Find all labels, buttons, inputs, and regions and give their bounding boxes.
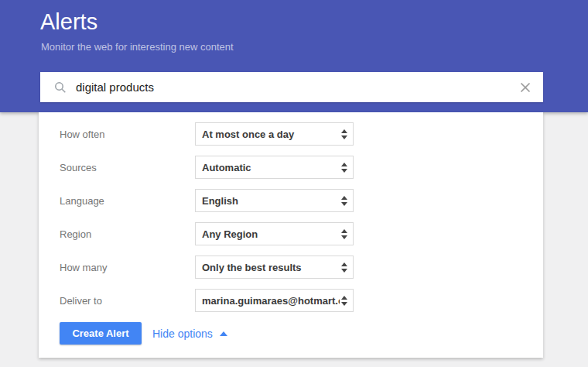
options-card: How often At most once a day Sources Aut… [39, 112, 543, 358]
hide-options-link[interactable]: Hide options [152, 328, 227, 340]
field-label: Sources [60, 162, 195, 173]
form-row-deliver-to: Deliver to marina.guimaraes@hotmart.com [39, 289, 543, 312]
up-down-arrows-icon [341, 196, 347, 206]
hide-options-label: Hide options [152, 328, 213, 340]
create-alert-button[interactable]: Create Alert [60, 322, 142, 345]
select-value: Any Region [196, 228, 340, 240]
page-title: Alerts [40, 8, 97, 36]
close-icon[interactable] [519, 81, 532, 94]
field-label: How many [60, 262, 195, 273]
triangle-up-icon [220, 331, 227, 336]
select-region[interactable]: Any Region [195, 222, 354, 245]
form-row-how-many: How many Only the best results [39, 256, 543, 279]
select-how-often[interactable]: At most once a day [195, 122, 354, 146]
page-subtitle: Monitor the web for interesting new cont… [41, 41, 234, 53]
up-down-arrows-icon [341, 262, 347, 273]
form-row-region: Region Any Region [39, 222, 543, 245]
search-bar [40, 72, 543, 102]
select-value: At most once a day [196, 129, 340, 140]
form-row-language: Language English [39, 189, 543, 212]
form-rows: How often At most once a day Sources Aut… [39, 112, 543, 312]
field-label: Deliver to [60, 295, 195, 307]
up-down-arrows-icon [341, 129, 347, 139]
select-value: Only the best results [196, 262, 340, 273]
up-down-arrows-icon [341, 296, 347, 306]
select-value: marina.guimaraes@hotmart.com [196, 295, 340, 307]
form-row-how-often: How often At most once a day [39, 122, 543, 146]
select-sources[interactable]: Automatic [195, 156, 354, 179]
select-deliver-to[interactable]: marina.guimaraes@hotmart.com [195, 289, 354, 312]
form-row-sources: Sources Automatic [39, 156, 543, 179]
select-value: Automatic [196, 162, 340, 173]
field-label: Language [60, 195, 195, 207]
search-icon [54, 81, 67, 94]
field-label: How often [60, 129, 195, 140]
actions-row: Create Alert Hide options [39, 322, 543, 345]
search-input[interactable] [74, 71, 519, 103]
select-value: English [196, 195, 340, 207]
up-down-arrows-icon [341, 229, 347, 239]
select-language[interactable]: English [195, 189, 354, 212]
field-label: Region [60, 228, 195, 240]
up-down-arrows-icon [341, 163, 347, 173]
select-how-many[interactable]: Only the best results [195, 256, 354, 279]
